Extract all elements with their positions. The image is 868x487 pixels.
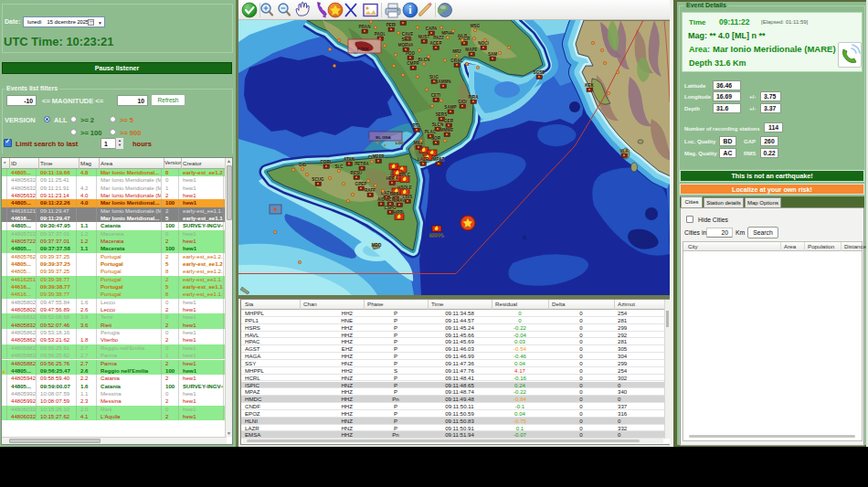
svg-text:CAPA: CAPA (426, 26, 438, 31)
svg-text:BBSL: BBSL (390, 192, 402, 196)
svg-text:SAMP: SAMP (444, 105, 456, 110)
svg-text:NOCI: NOCI (478, 41, 488, 46)
svg-text:PETRA: PETRA (355, 162, 369, 166)
svg-text:MOCO: MOCO (397, 20, 410, 21)
svg-text:MAPE: MAPE (465, 48, 477, 52)
svg-text:ACER: ACER (429, 41, 442, 46)
svg-text:MMME: MMME (440, 128, 454, 132)
svg-text:MORVA: MORVA (398, 43, 414, 48)
svg-text:PAOL: PAOL (375, 32, 386, 37)
svg-text:GPEP: GPEP (355, 182, 367, 186)
svg-text:AILB: AILB (458, 34, 468, 38)
svg-text:HSOLE: HSOLE (397, 185, 412, 190)
svg-text:P7RM: P7RM (357, 47, 369, 51)
svg-text:CHAV: CHAV (394, 198, 407, 203)
svg-text:ATAN: ATAN (344, 157, 355, 162)
svg-text:EPLC: EPLC (399, 173, 411, 177)
svg-text:MSG: MSG (471, 24, 481, 28)
svg-text:HERA: HERA (386, 176, 398, 181)
svg-text:SHAI: SHAI (402, 37, 412, 42)
svg-text:SAMMN: SAMMN (435, 79, 451, 84)
svg-text:9IL I3NA: 9IL I3NA (376, 135, 391, 140)
svg-text:MPAZ: MPAZ (433, 157, 445, 162)
svg-text:MDD: MDD (372, 243, 382, 248)
svg-text:PIRA: PIRA (469, 95, 480, 100)
svg-text:GRAC: GRAC (450, 58, 463, 63)
svg-text:SGSE: SGSE (534, 70, 545, 75)
svg-text:RTL: RTL (413, 123, 421, 128)
svg-text:GER: GER (444, 119, 454, 123)
svg-text:POO: POO (406, 51, 416, 56)
svg-text:LAZR: LAZR (418, 157, 429, 162)
svg-text:NUST: NUST (418, 35, 430, 39)
svg-text:PLAC: PLAC (425, 130, 437, 134)
svg-text:CETI: CETI (431, 93, 440, 98)
svg-text:KEK: KEK (585, 83, 594, 88)
svg-text:SCUG: SCUG (312, 177, 324, 182)
svg-text:AIO: AIO (377, 197, 386, 202)
svg-text:RAFF: RAFF (365, 188, 376, 193)
svg-text:GIOI: GIOI (458, 100, 467, 104)
svg-text:CAVE: CAVE (402, 32, 413, 37)
svg-text:PERI: PERI (386, 23, 397, 27)
svg-text:SLCN: SLCN (432, 122, 444, 127)
svg-text:MEFR: MEFR (372, 154, 385, 159)
svg-text:MHPPL: MHPPL (429, 233, 444, 238)
svg-text:MR2: MR2 (452, 49, 461, 54)
svg-text:SAM: SAM (488, 52, 497, 57)
svg-text:LOO: LOO (396, 141, 404, 145)
svg-text:SERS: SERS (436, 112, 448, 117)
svg-text:HPPL: HPPL (394, 210, 405, 215)
svg-text:GIB: GIB (299, 163, 307, 167)
svg-text:SLC: SLC (334, 164, 344, 169)
svg-text:RESU: RESU (351, 171, 363, 175)
svg-text:PAZZ: PAZZ (433, 36, 444, 40)
svg-text:CORL: CORL (320, 160, 332, 164)
svg-text:PRAN: PRAN (358, 25, 371, 29)
svg-text:SOR: SOR (431, 136, 441, 141)
svg-text:VLA: VLA (619, 149, 629, 154)
